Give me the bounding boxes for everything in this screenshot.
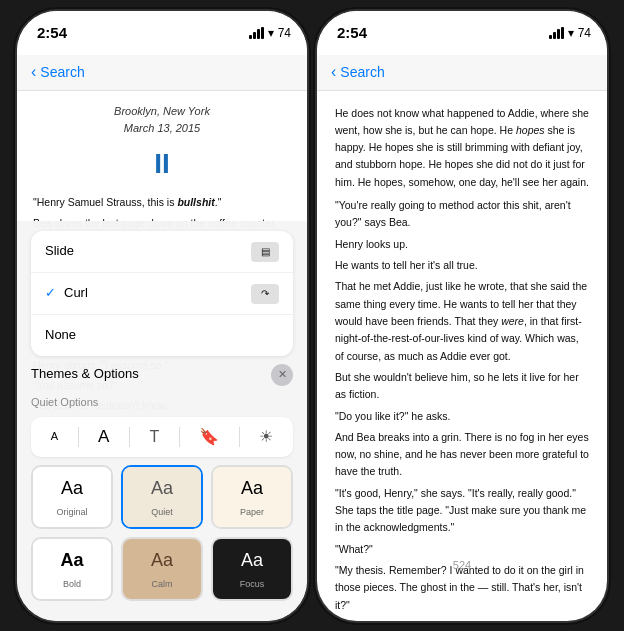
header-line1: Brooklyn, New York: [33, 103, 291, 121]
book-content-left: Brooklyn, New York March 13, 2015 II "He…: [17, 91, 307, 621]
status-icons-left: ▾ 74: [249, 26, 291, 40]
slide-option-curl[interactable]: ✓ Curl ↷: [31, 273, 293, 315]
theme-calm-label: Calm: [151, 577, 172, 591]
left-phone: 2:54 ▾ 74 ‹ Search Brooklyn, Ne: [17, 11, 307, 621]
large-a-button[interactable]: A: [98, 423, 109, 450]
divider-3: [179, 427, 180, 447]
nav-bar-left: ‹ Search: [17, 55, 307, 91]
r-para-12: And of course, it is.: [335, 618, 589, 621]
slide-options: Slide ▤ ✓ Curl ↷ None: [31, 231, 293, 355]
check-icon: ✓: [45, 283, 56, 304]
theme-focus[interactable]: Aa Focus: [211, 537, 293, 601]
r-para-2: "You're really going to method actor thi…: [335, 197, 589, 232]
aa-toolbar: A A T 🔖 ☀: [31, 417, 293, 456]
wifi-icon: ▾: [268, 26, 274, 40]
back-button-right[interactable]: ‹ Search: [331, 63, 385, 81]
theme-original-label: Original: [56, 505, 87, 519]
theme-focus-label: Focus: [240, 577, 265, 591]
theme-paper[interactable]: Aa Paper: [211, 465, 293, 529]
wifi-icon-right: ▾: [568, 26, 574, 40]
chapter-number: II: [33, 142, 291, 187]
curl-label: Curl: [64, 283, 251, 304]
font-icon[interactable]: T: [149, 424, 159, 450]
r-para-3: Henry looks up.: [335, 236, 589, 253]
theme-focus-aa: Aa: [241, 546, 263, 575]
theme-original[interactable]: Aa Original: [31, 465, 113, 529]
battery-right: 74: [578, 26, 591, 40]
r-para-9: "It's good, Henry," she says. "It's real…: [335, 485, 589, 537]
themes-title: Themes & Options: [31, 364, 139, 385]
time-left: 2:54: [37, 24, 67, 41]
status-icons-right: ▾ 74: [549, 26, 591, 40]
brightness-icon[interactable]: ☀: [259, 424, 273, 450]
theme-bold-label: Bold: [63, 577, 81, 591]
theme-bold-aa: Aa: [60, 546, 83, 575]
r-para-4: He wants to tell her it's all true.: [335, 257, 589, 274]
back-button-left[interactable]: ‹ Search: [31, 63, 85, 81]
theme-original-aa: Aa: [61, 474, 83, 503]
nav-bar-right: ‹ Search: [317, 55, 607, 91]
bookmark-icon[interactable]: 🔖: [199, 424, 219, 450]
theme-quiet-aa: Aa: [151, 474, 173, 503]
theme-original-inner: Aa Original: [33, 467, 111, 527]
theme-calm[interactable]: Aa Calm: [121, 537, 203, 601]
curl-icon: ↷: [251, 284, 279, 304]
themes-grid: Aa Original Aa Quiet Aa Paper: [31, 465, 293, 601]
theme-bold[interactable]: Aa Bold: [31, 537, 113, 601]
quiet-options-label: Quiet Options: [31, 394, 293, 412]
theme-paper-inner: Aa Paper: [213, 467, 291, 527]
signal-icon: [249, 27, 264, 39]
battery-left: 74: [278, 26, 291, 40]
right-phone: 2:54 ▾ 74 ‹ Search He does not know what: [317, 11, 607, 621]
header-line2: March 13, 2015: [33, 120, 291, 138]
book-header: Brooklyn, New York March 13, 2015: [33, 103, 291, 138]
close-button[interactable]: ✕: [271, 364, 293, 386]
slide-icon: ▤: [251, 242, 279, 262]
none-label: None: [45, 325, 76, 346]
page-number: 524: [453, 559, 471, 571]
theme-calm-inner: Aa Calm: [123, 539, 201, 599]
theme-bold-inner: Aa Bold: [33, 539, 111, 599]
back-label-left: Search: [40, 64, 84, 80]
signal-icon-right: [549, 27, 564, 39]
chevron-left-icon: ‹: [31, 63, 36, 81]
r-para-5: That he met Addie, just like he wrote, t…: [335, 278, 589, 365]
phones-container: 2:54 ▾ 74 ‹ Search Brooklyn, Ne: [0, 0, 624, 631]
divider-4: [239, 427, 240, 447]
slide-option-slide[interactable]: Slide ▤: [31, 231, 293, 273]
theme-calm-aa: Aa: [151, 546, 173, 575]
r-para-1: He does not know what happened to Addie,…: [335, 105, 589, 192]
status-bar-left: 2:54 ▾ 74: [17, 11, 307, 55]
r-para-8: And Bea breaks into a grin. There is no …: [335, 429, 589, 481]
r-para-6: But she wouldn't believe him, so he lets…: [335, 369, 589, 404]
right-book-content: He does not know what happened to Addie,…: [317, 91, 607, 621]
theme-focus-inner: Aa Focus: [213, 539, 291, 599]
slide-option-none[interactable]: None: [31, 315, 293, 356]
theme-quiet-label: Quiet: [151, 505, 173, 519]
status-bar-right: 2:54 ▾ 74: [317, 11, 607, 55]
divider-2: [129, 427, 130, 447]
r-para-7: "Do you like it?" he asks.: [335, 408, 589, 425]
theme-quiet-inner: Aa Quiet: [123, 467, 201, 527]
theme-paper-aa: Aa: [241, 474, 263, 503]
slide-label: Slide: [45, 241, 74, 262]
themes-header: Themes & Options ✕: [31, 364, 293, 386]
r-para-10: "What?": [335, 541, 589, 558]
bottom-panel: Slide ▤ ✓ Curl ↷ None Themes & Options: [17, 221, 307, 620]
time-right: 2:54: [337, 24, 367, 41]
back-label-right: Search: [340, 64, 384, 80]
para-1: "Henry Samuel Strauss, this is bullshit.…: [33, 194, 291, 210]
divider-1: [78, 427, 79, 447]
theme-quiet[interactable]: Aa Quiet: [121, 465, 203, 529]
small-a-button[interactable]: A: [51, 428, 58, 446]
theme-paper-label: Paper: [240, 505, 264, 519]
chevron-left-icon-right: ‹: [331, 63, 336, 81]
